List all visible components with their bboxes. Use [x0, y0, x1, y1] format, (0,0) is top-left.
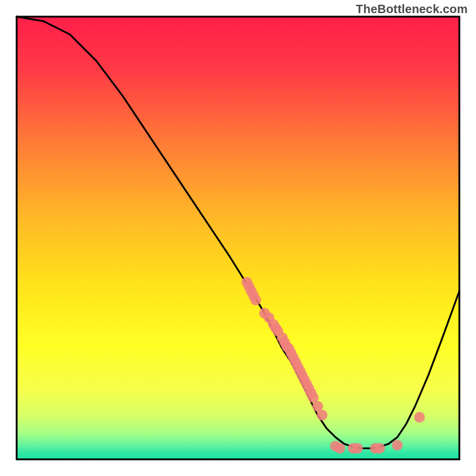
watermark-text: TheBottleneck.com — [356, 2, 468, 16]
data-marker — [334, 443, 345, 453]
data-marker — [352, 443, 363, 453]
data-marker — [250, 295, 261, 305]
data-marker — [317, 410, 327, 421]
data-marker — [414, 412, 425, 422]
bottleneck-chart — [0, 0, 476, 476]
data-marker — [392, 440, 403, 450]
data-marker — [374, 443, 385, 453]
plot-background — [17, 17, 459, 459]
